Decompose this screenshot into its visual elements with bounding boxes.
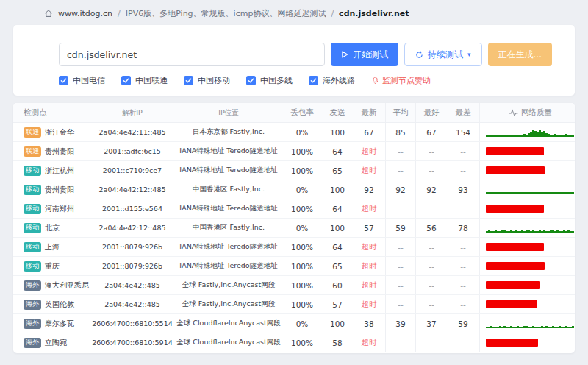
isp-badge: 移动 — [24, 166, 41, 176]
chevron-down-icon: ▾ — [467, 52, 471, 58]
pulse-icon — [509, 109, 518, 117]
ip-location: 全球 CloudflareIncAnycast网段 — [175, 338, 282, 347]
avg-ping: 59 — [385, 219, 416, 237]
ip-location: 全球 Fastly,Inc.Anycast网段 — [175, 300, 282, 309]
best-ping: 67 — [416, 128, 447, 137]
header-best: 最好 — [416, 107, 447, 118]
isp-checkbox-label: 中国联通 — [135, 75, 168, 86]
node-name: 重庆 — [45, 261, 60, 272]
latest-ping: 超时 — [353, 338, 385, 348]
continuous-test-button[interactable]: 持续测试 ▾ — [404, 43, 482, 66]
ip-location: 中国香港区 Fastly,Inc. — [175, 185, 282, 194]
worst-ping: 93 — [447, 185, 479, 194]
isp-badge: 海外 — [24, 300, 41, 310]
isp-checkbox[interactable]: 中国多线 — [246, 75, 293, 86]
table-row: 海外 立陶宛 2606:4700::6810:5914 全球 Cloudflar… — [13, 333, 575, 352]
sent-count: 64 — [322, 205, 353, 213]
loss-bar — [486, 281, 540, 289]
quality-sparkline — [486, 319, 574, 328]
isp-badge: 移动 — [24, 223, 41, 233]
header-loss: 丢包率 — [282, 107, 322, 118]
loss-rate: 0% — [282, 224, 322, 233]
sent-count: 100 — [322, 319, 353, 328]
latest-ping: 38 — [353, 319, 385, 328]
table-row: 移动 河南郑州 2001::d155:e564 IANA特殊地址 Teredo隧… — [13, 199, 575, 219]
loss-rate: 100% — [282, 147, 322, 156]
breadcrumb-current: cdn.jsdelivr.net — [339, 9, 409, 18]
results-table: 检测点 解析IP IP位置 丢包率 发送 最新 平均 最好 最差 网络质量 联通… — [13, 103, 575, 353]
isp-checkbox-label: 中国移动 — [198, 75, 230, 86]
table-row: 移动 贵州贵阳 2a04:4e42:12::485 中国香港区 Fastly,I… — [13, 180, 575, 199]
checkbox-checked-icon — [184, 76, 193, 85]
table-body: 联通 浙江金华 2a04:4e42:11::485 日本东京都 Fastly,I… — [13, 123, 575, 352]
best-ping: -- — [416, 281, 447, 290]
worst-ping: -- — [447, 262, 479, 271]
loss-rate: 100% — [282, 205, 322, 213]
isp-checkbox-label: 中国电信 — [73, 75, 105, 86]
avg-ping: -- — [385, 238, 416, 256]
best-ping: -- — [416, 166, 447, 175]
isp-checkbox[interactable]: 海外线路 — [309, 75, 355, 86]
host-input[interactable] — [59, 43, 325, 66]
node-name: 北京 — [45, 223, 60, 233]
sponsor-link[interactable]: 监测节点赞助 — [371, 75, 431, 86]
isp-checkbox[interactable]: 中国电信 — [59, 75, 105, 86]
isp-badge: 联通 — [24, 146, 41, 157]
latest-ping: 92 — [353, 185, 385, 194]
loss-rate: 0% — [282, 128, 322, 137]
avg-ping: -- — [385, 142, 416, 160]
node-cell: 移动 上海 — [13, 242, 90, 252]
best-ping: -- — [416, 339, 447, 347]
header-avg: 平均 — [385, 103, 416, 122]
node-cell: 移动 河南郑州 — [13, 204, 90, 214]
generating-button[interactable]: 正在生成... — [488, 43, 552, 66]
isp-badge: 联通 — [24, 127, 41, 138]
sent-count: 100 — [322, 128, 353, 137]
quality-cell — [479, 333, 575, 352]
latest-ping: 超时 — [353, 300, 385, 310]
loss-bar — [486, 262, 545, 270]
quality-cell — [479, 142, 575, 160]
latest-ping: 57 — [353, 224, 385, 233]
sent-count: 58 — [322, 339, 353, 347]
loss-rate: 100% — [282, 243, 322, 252]
resolved-ip: 2001::8079:926b — [90, 243, 175, 251]
latest-ping: 超时 — [353, 146, 385, 157]
best-ping: -- — [416, 205, 447, 213]
node-name: 英国伦敦 — [45, 300, 74, 310]
breadcrumb-category[interactable]: IPV6版、多地Ping、常规版、icmp协议、网络延迟测试 — [126, 8, 326, 19]
header-latest: 最新 — [353, 107, 385, 118]
node-cell: 海外 摩尔多瓦 — [13, 319, 90, 329]
breadcrumb-site[interactable]: www.itdog.cn — [58, 9, 112, 18]
quality-cell — [479, 123, 575, 141]
ip-location: IANA特殊地址 Teredo隧道地址 — [175, 166, 282, 175]
quality-cell — [479, 161, 575, 180]
node-name: 立陶宛 — [45, 338, 67, 348]
node-cell: 移动 北京 — [13, 223, 90, 233]
checkbox-checked-icon — [121, 76, 131, 85]
breadcrumb: www.itdog.cn / IPV6版、多地Ping、常规版、icmp协议、网… — [44, 7, 409, 19]
avg-ping: -- — [385, 161, 416, 180]
worst-ping: 59 — [447, 319, 479, 328]
node-cell: 联通 贵州贵阳 — [13, 146, 90, 157]
start-test-button[interactable]: 开始测试 — [331, 43, 398, 66]
loss-bar — [486, 243, 544, 251]
worst-ping: -- — [447, 205, 479, 213]
test-input-row: 开始测试 持续测试 ▾ 正在生成... — [59, 43, 552, 66]
worst-ping: -- — [447, 166, 479, 175]
isp-checkbox[interactable]: 中国移动 — [184, 75, 230, 86]
quality-sparkline — [486, 224, 574, 233]
loss-bar — [486, 147, 544, 155]
ip-location: IANA特殊地址 Teredo隧道地址 — [175, 204, 282, 213]
node-name: 河南郑州 — [45, 204, 74, 214]
loss-bar — [486, 300, 537, 308]
node-cell: 移动 贵州贵阳 — [13, 185, 90, 195]
resolved-ip: 2a04:4e42:12::485 — [90, 185, 175, 194]
quality-cell — [479, 180, 575, 199]
avg-ping: 39 — [385, 314, 416, 333]
isp-badge: 移动 — [24, 185, 41, 195]
isp-checkbox[interactable]: 中国联通 — [121, 75, 168, 86]
isp-badge: 移动 — [24, 242, 41, 252]
quality-sparkline — [486, 128, 574, 137]
best-ping: -- — [416, 243, 447, 252]
